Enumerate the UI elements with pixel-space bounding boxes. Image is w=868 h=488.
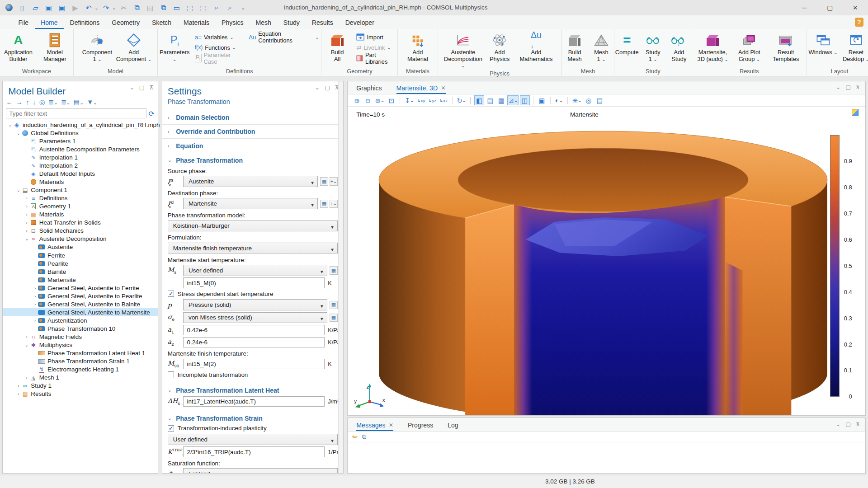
model-manager-button[interactable]: ModelManager xyxy=(37,30,72,62)
comsol-logo-icon[interactable] xyxy=(3,3,14,13)
zoom-out-icon[interactable]: ⊖ xyxy=(363,95,373,105)
transparency-icon[interactable]: ◧ xyxy=(474,95,484,105)
split-view-icon[interactable]: ◫ xyxy=(520,95,530,105)
pressure-select[interactable]: Pressure (solid)▼ xyxy=(183,299,327,310)
tree-item-bainite[interactable]: Bainite xyxy=(3,267,158,276)
duplicate-icon[interactable]: ⧉ xyxy=(158,3,169,13)
view-xy-icon[interactable]: ↳xy xyxy=(416,95,426,105)
environment-icon[interactable]: ✳⌄ xyxy=(571,95,583,105)
new-file-icon[interactable]: ▯ xyxy=(17,3,28,13)
import-button[interactable]: Import xyxy=(354,33,397,42)
move-up-icon[interactable]: ↑ xyxy=(26,99,29,106)
panel-menu-icon[interactable]: ⌄ xyxy=(315,84,320,91)
delete-icon[interactable]: ▭ xyxy=(171,3,182,13)
checkbox-icon[interactable]: ✓ xyxy=(168,425,175,432)
help-button[interactable]: ? xyxy=(855,18,864,27)
section-header[interactable]: ›Equation xyxy=(162,141,344,150)
menu-mesh[interactable]: Mesh xyxy=(250,17,277,29)
panel-pin-icon[interactable]: ⊼ xyxy=(856,84,860,90)
tree-item-magnetic-fields[interactable]: ›∩Magnetic Fields xyxy=(3,333,158,341)
tree-item-materials[interactable]: Materials xyxy=(3,178,158,186)
menu-sketch[interactable]: Sketch xyxy=(146,17,177,29)
equation-contributions-button[interactable]: ΔuEquation Contributions⌄ xyxy=(246,33,321,42)
tree-expander-icon[interactable]: › xyxy=(15,383,21,388)
view-xz-icon[interactable]: ↳xz xyxy=(439,95,448,105)
zoom-extents-icon[interactable]: ⊡ xyxy=(387,95,396,105)
tree-expander-icon[interactable]: › xyxy=(32,294,38,299)
tree-expander-icon[interactable]: › xyxy=(24,212,29,217)
trip-model-select[interactable]: User defined▼ xyxy=(168,434,338,445)
tree-item-induction-hardening-of-a-cylindrical-pin-rh-mph[interactable]: ⌄◈induction_hardening_of_a_cylindrical_p… xyxy=(3,121,158,129)
tree-expander-icon[interactable]: ⌄ xyxy=(15,131,21,136)
tree-item-austenitization[interactable]: ›Austenitization xyxy=(3,316,158,324)
add-physics-button[interactable]: AddPhysics xyxy=(482,30,517,62)
study-1-button[interactable]: Study1 ⌄ xyxy=(641,30,665,63)
tree-item-study-1[interactable]: ›∞Study 1 xyxy=(3,382,158,390)
tree-expander-icon[interactable]: › xyxy=(32,318,38,323)
section-header[interactable]: ⌄Phase Transformation Latent Heat xyxy=(162,386,344,395)
zoom-in-icon[interactable]: ⊕ xyxy=(352,95,362,105)
add-material-button[interactable]: AddMaterial xyxy=(400,30,435,62)
result-templates-button[interactable]: ResultTemplates xyxy=(768,30,803,62)
add-icon[interactable]: +⌄ xyxy=(330,200,338,208)
source-phase-select[interactable]: Austenite▼ xyxy=(183,176,318,187)
tree-item-default-model-inputs[interactable]: ◈Default Model Inputs xyxy=(3,170,158,178)
tree-item-austenite[interactable]: Austenite xyxy=(3,243,158,251)
view-yz-icon[interactable]: ↳yz xyxy=(427,95,437,105)
menu-results[interactable]: Results xyxy=(306,17,339,29)
settings-scrollbar[interactable] xyxy=(338,81,343,473)
close-tab-icon[interactable]: ✕ xyxy=(389,422,393,428)
edit-list-icon[interactable]: ▦ xyxy=(330,314,338,322)
destination-phase-select[interactable]: Martensite▼ xyxy=(183,198,318,209)
messages-tab-messages[interactable]: Messages✕ xyxy=(356,422,393,431)
compute-button[interactable]: =Compute xyxy=(614,30,639,56)
edit-list-icon[interactable]: ▦ xyxy=(330,301,338,309)
austenite-decomposition-button[interactable]: AusteniteDecomposition ⌄ xyxy=(445,30,481,70)
tree-item-general-steel-austenite-to-ferrite[interactable]: ›General Steel, Austenite to Ferrite xyxy=(3,284,158,292)
tree-item-component-1[interactable]: ⌄⬓Component 1 xyxy=(3,186,158,194)
formulation-select[interactable]: Martensite finish temperature▼ xyxy=(168,243,338,253)
tree-item-phase-transformation-latent-heat-1[interactable]: Phase Transformation Latent Heat 1 xyxy=(3,349,158,357)
tree-expander-icon[interactable]: ⌄ xyxy=(24,236,29,241)
panel-float-icon[interactable]: ▢ xyxy=(845,421,851,427)
tree-item-definitions[interactable]: ›≡Definitions xyxy=(3,194,158,202)
menu-file[interactable]: File xyxy=(12,17,35,29)
mesh-1-button[interactable]: Mesh1 ⌄ xyxy=(589,30,614,63)
back-icon[interactable]: ← xyxy=(6,99,13,106)
tree-item-interpolation-2[interactable]: ∿Interpolation 2 xyxy=(3,161,158,169)
save-icon[interactable]: ▣ xyxy=(43,3,54,13)
messages-tab-log[interactable]: Log xyxy=(448,422,458,431)
graphics-tab-martensite-3d[interactable]: Martensite, 3D✕ xyxy=(396,84,446,94)
tree-expander-icon[interactable]: › xyxy=(24,220,29,225)
tree-item-geometry-1[interactable]: ›AGeometry 1 xyxy=(3,202,158,211)
stress-dependent-start-temperature-checkbox[interactable]: ✓Stress dependent start temperature xyxy=(168,291,338,297)
tree-item-general-steel-austenite-to-bainite[interactable]: ›General Steel, Austenite to Bainite xyxy=(3,300,158,308)
martensite-start-temperature-select[interactable]: User defined▼ xyxy=(183,265,327,276)
collapse-all-icon[interactable]: ≣⌄ xyxy=(61,98,71,106)
copy-icon[interactable]: ⧉ xyxy=(132,3,142,13)
tree-item-mesh-1[interactable]: ›◮Mesh 1 xyxy=(3,374,158,382)
tree-expander-icon[interactable]: › xyxy=(24,334,29,339)
tree-item-interpolation-1[interactable]: ∿Interpolation 1 xyxy=(3,153,158,161)
component-1-button[interactable]: Component1 ⌄ xyxy=(80,30,115,63)
section-header[interactable]: ›Domain Selection xyxy=(162,113,344,122)
lock-axis-icon[interactable]: ▣ xyxy=(537,95,547,105)
functions-button[interactable]: f(x)Functions⌄ xyxy=(193,43,245,52)
forward-icon[interactable]: → xyxy=(16,99,23,106)
tree-item-martensite[interactable]: Martensite xyxy=(3,276,158,284)
tree-item-multiphysics[interactable]: ⌄✱Multiphysics xyxy=(3,341,158,349)
move-down-icon[interactable]: ↓ xyxy=(33,99,36,106)
refresh-icon[interactable]: ⟳ xyxy=(149,109,155,118)
zoom-box-icon[interactable]: ⊕⌄ xyxy=(374,95,385,105)
tree-expander-icon[interactable]: › xyxy=(24,375,29,380)
part-libraries-button[interactable]: Part Libraries xyxy=(354,54,397,63)
menu-physics[interactable]: Physics xyxy=(216,17,250,29)
paste-icon[interactable]: ▤ xyxy=(145,3,156,13)
tree-expander-icon[interactable]: › xyxy=(32,302,38,307)
transformation-induced-plasticity-checkbox[interactable]: ✓Transformation-induced plasticity xyxy=(168,425,338,432)
graphics-tab-graphics[interactable]: Graphics xyxy=(356,84,382,94)
menu-developer[interactable]: Developer xyxy=(339,17,380,29)
close-tab-icon[interactable]: ✕ xyxy=(441,85,445,91)
copy-icon[interactable]: ⧉ xyxy=(362,433,367,441)
panel-menu-icon[interactable]: ⌄ xyxy=(836,421,840,427)
